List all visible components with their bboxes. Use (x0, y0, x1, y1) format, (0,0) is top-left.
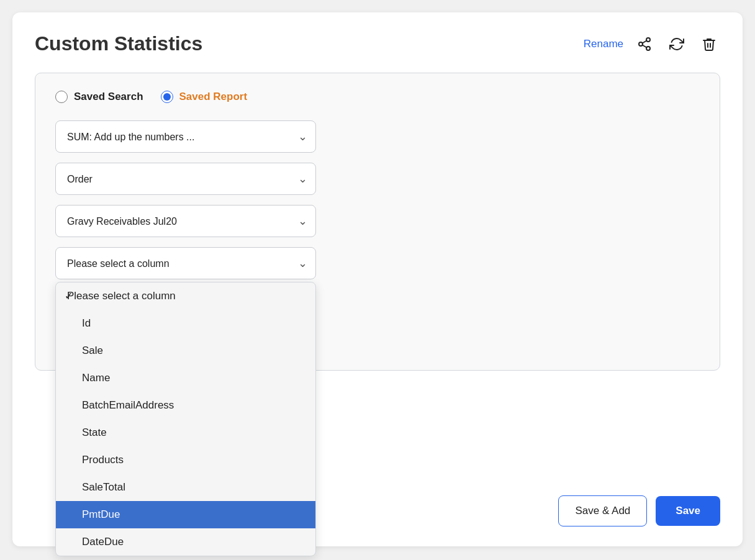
svg-line-4 (643, 40, 647, 43)
header-actions: Rename (584, 33, 720, 55)
form-section: SUM: Add up the numbers ... ⌄ Order ⌄ Gr… (55, 120, 316, 279)
refresh-icon (669, 37, 684, 52)
dropdown-item-batch-email[interactable]: BatchEmailAddress (56, 392, 315, 419)
dropdown-item-date-due[interactable]: DateDue (56, 528, 315, 556)
dropdown-item-sale-total[interactable]: SaleTotal (56, 474, 315, 501)
save-button[interactable]: Save (656, 496, 720, 526)
svg-line-3 (643, 45, 647, 47)
saved-search-radio[interactable] (55, 91, 68, 103)
order-select[interactable]: Order (55, 163, 316, 195)
dropdown-item-products[interactable]: Products (56, 446, 315, 474)
saved-search-label: Saved Search (74, 91, 143, 103)
refresh-button[interactable] (666, 33, 688, 55)
radio-group: Saved Search Saved Report (55, 91, 700, 103)
column-dropdown-menu: Please select a column Id Sale Name Batc… (55, 282, 316, 556)
page-title: Custom Statistics (35, 32, 202, 55)
order-select-wrapper: Order ⌄ (55, 163, 316, 195)
share-icon (637, 37, 652, 52)
delete-icon (702, 37, 717, 52)
page-container: Custom Statistics Rename (12, 12, 743, 546)
dropdown-item-please-select[interactable]: Please select a column (56, 282, 315, 310)
delete-button[interactable] (698, 33, 720, 55)
dropdown-item-id[interactable]: Id (56, 310, 315, 337)
column-select[interactable]: Please select a column (55, 247, 316, 279)
saved-report-option[interactable]: Saved Report (161, 91, 248, 103)
save-add-button[interactable]: Save & Add (558, 495, 647, 526)
sum-select[interactable]: SUM: Add up the numbers ... (55, 120, 316, 153)
saved-search-option[interactable]: Saved Search (55, 91, 143, 103)
main-card: Saved Search Saved Report SUM: Add up th… (35, 73, 720, 371)
dropdown-item-pmt-due[interactable]: PmtDue (56, 501, 315, 528)
report-select[interactable]: Gravy Receivables Jul20 (55, 205, 316, 237)
saved-report-radio[interactable] (161, 91, 173, 103)
footer-actions: Save & Add Save (558, 495, 720, 526)
share-button[interactable] (633, 33, 656, 55)
page-header: Custom Statistics Rename (35, 32, 720, 55)
saved-report-label: Saved Report (179, 91, 248, 103)
dropdown-item-name[interactable]: Name (56, 364, 315, 392)
sum-select-wrapper: SUM: Add up the numbers ... ⌄ (55, 120, 316, 153)
rename-button[interactable]: Rename (584, 38, 623, 50)
report-select-wrapper: Gravy Receivables Jul20 ⌄ (55, 205, 316, 237)
dropdown-item-state[interactable]: State (56, 419, 315, 446)
column-select-wrapper: Please select a column ⌄ Please select a… (55, 247, 316, 279)
dropdown-item-sale[interactable]: Sale (56, 337, 315, 364)
